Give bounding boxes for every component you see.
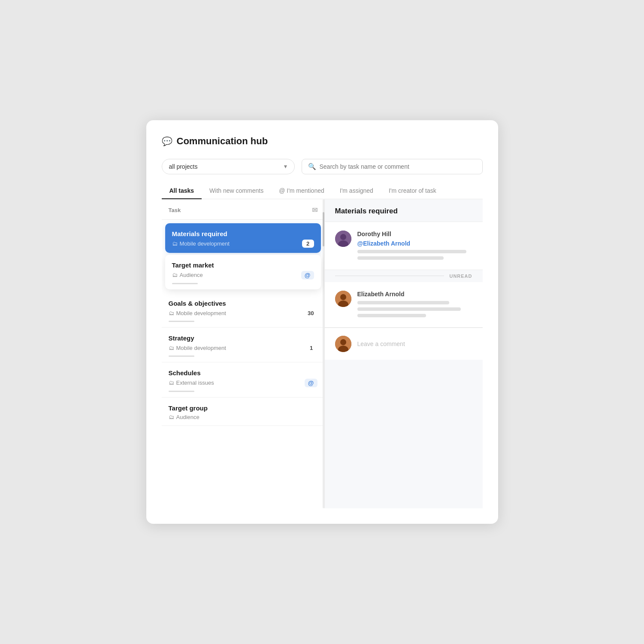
task-name: Goals & objectives xyxy=(169,300,317,307)
task-item[interactable]: Target market 🗂 Audience @ xyxy=(165,255,321,289)
task-divider xyxy=(172,283,198,284)
projects-dropdown[interactable]: all projects ▼ xyxy=(162,159,295,174)
detail-panel: Materials required Dorothy Hill xyxy=(325,199,483,508)
folder-icon: 🗂 xyxy=(169,345,174,351)
comment-line xyxy=(357,314,426,317)
comment-line xyxy=(357,301,449,304)
tabs-bar: All tasks With new comments @ I'm mentio… xyxy=(162,183,483,199)
comment-mention: @Elizabeth Arnold xyxy=(357,240,411,247)
task-project: 🗂 Mobile development xyxy=(172,240,230,247)
detail-title: Materials required xyxy=(335,207,398,215)
comment-content: Dorothy Hill @Elizabeth Arnold xyxy=(357,231,472,263)
unread-separator: UNREAD xyxy=(325,270,483,282)
task-name: Target market xyxy=(172,261,314,269)
comment-input-block[interactable]: Leave a comment xyxy=(325,328,483,360)
task-list-header-label: Task xyxy=(169,207,181,213)
comment-input-placeholder[interactable]: Leave a comment xyxy=(357,340,472,347)
detail-body: Dorothy Hill @Elizabeth Arnold UNREAD xyxy=(325,222,483,508)
search-input[interactable] xyxy=(320,163,476,170)
task-project-name: Mobile development xyxy=(180,240,230,247)
comment-line xyxy=(357,250,467,253)
tab-assigned[interactable]: I'm assigned xyxy=(332,183,381,199)
comment-author: Elizabeth Arnold xyxy=(357,291,472,298)
task-item[interactable]: Schedules 🗂 External issues @ xyxy=(162,362,324,398)
avatar xyxy=(335,231,351,247)
tab-all-tasks[interactable]: All tasks xyxy=(162,183,202,199)
avatar xyxy=(335,336,351,352)
comment-block: Elizabeth Arnold xyxy=(325,282,483,328)
task-project: 🗂 Audience xyxy=(172,272,203,278)
detail-header: Materials required xyxy=(325,199,483,222)
task-meta: 🗂 Mobile development 30 xyxy=(169,309,317,317)
task-list-items: Materials required 🗂 Mobile development … xyxy=(162,220,324,508)
folder-icon: 🗂 xyxy=(169,310,174,316)
unread-line xyxy=(335,276,444,276)
comment-line xyxy=(357,307,461,311)
task-name: Strategy xyxy=(169,334,317,342)
folder-icon: 🗂 xyxy=(169,380,174,386)
svg-point-7 xyxy=(340,339,346,345)
chevron-down-icon: ▼ xyxy=(283,164,288,170)
task-divider xyxy=(169,391,194,392)
task-name: Materials required xyxy=(172,230,314,237)
inbox-icon: ✉ xyxy=(312,206,317,214)
search-icon: 🔍 xyxy=(308,163,316,170)
comment-line xyxy=(357,256,444,260)
page-header: 💬 Communication hub xyxy=(162,136,483,147)
task-list-header: Task ✉ xyxy=(162,199,324,220)
task-project: 🗂 Mobile development xyxy=(169,345,226,351)
tab-creator[interactable]: I'm creator of task xyxy=(381,183,444,199)
page-title: Communication hub xyxy=(177,136,268,147)
task-name: Schedules xyxy=(169,369,317,377)
folder-icon: 🗂 xyxy=(169,414,174,420)
scrollbar-thumb[interactable] xyxy=(323,212,324,246)
svg-point-1 xyxy=(340,234,346,240)
app-container: 💬 Communication hub all projects ▼ 🔍 All… xyxy=(146,120,498,524)
tab-mentioned[interactable]: @ I'm mentioned xyxy=(271,183,332,199)
folder-icon: 🗂 xyxy=(172,240,178,247)
task-project-name: External issues xyxy=(176,380,214,386)
task-meta: 🗂 Mobile development 1 xyxy=(169,344,317,352)
task-project-name: Audience xyxy=(180,272,203,278)
task-meta: 🗂 Audience @ xyxy=(172,271,314,279)
tab-new-comments[interactable]: With new comments xyxy=(202,183,271,199)
task-list-panel: Task ✉ Materials required 🗂 Mobile devel… xyxy=(162,199,325,508)
task-project-name: Audience xyxy=(176,414,200,420)
toolbar: all projects ▼ 🔍 xyxy=(162,159,483,174)
task-badge: 1 xyxy=(305,344,317,352)
task-item[interactable]: Goals & objectives 🗂 Mobile development … xyxy=(162,293,324,328)
scrollbar-track xyxy=(323,199,324,508)
task-badge: @ xyxy=(301,271,314,279)
task-badge: 30 xyxy=(304,309,317,317)
task-divider xyxy=(169,355,194,357)
task-project: 🗂 External issues xyxy=(169,380,214,386)
task-project-name: Mobile development xyxy=(176,345,226,351)
task-item[interactable]: Materials required 🗂 Mobile development … xyxy=(165,223,321,253)
folder-icon: 🗂 xyxy=(172,272,178,278)
task-project-name: Mobile development xyxy=(176,310,226,316)
task-meta: 🗂 External issues @ xyxy=(169,379,317,387)
task-badge: @ xyxy=(305,379,317,387)
projects-label: all projects xyxy=(169,163,198,170)
comment-block: Dorothy Hill @Elizabeth Arnold xyxy=(325,222,483,270)
task-badge: 2 xyxy=(302,240,314,248)
task-item[interactable]: Target group 🗂 Audience xyxy=(162,398,324,426)
task-meta: 🗂 Mobile development 2 xyxy=(172,240,314,248)
task-project: 🗂 Mobile development xyxy=(169,310,226,316)
search-box[interactable]: 🔍 xyxy=(302,159,483,174)
task-project: 🗂 Audience xyxy=(169,414,200,420)
main-content: Task ✉ Materials required 🗂 Mobile devel… xyxy=(162,199,483,508)
task-meta: 🗂 Audience xyxy=(169,414,317,420)
comment-content: Elizabeth Arnold xyxy=(357,291,472,320)
task-item[interactable]: Strategy 🗂 Mobile development 1 xyxy=(162,328,324,362)
communication-hub-icon: 💬 xyxy=(162,136,172,146)
avatar xyxy=(335,291,351,307)
task-name: Target group xyxy=(169,404,317,412)
unread-label: UNREAD xyxy=(449,273,472,279)
comment-author: Dorothy Hill xyxy=(357,231,472,237)
task-divider xyxy=(169,321,194,322)
svg-point-4 xyxy=(340,294,346,300)
